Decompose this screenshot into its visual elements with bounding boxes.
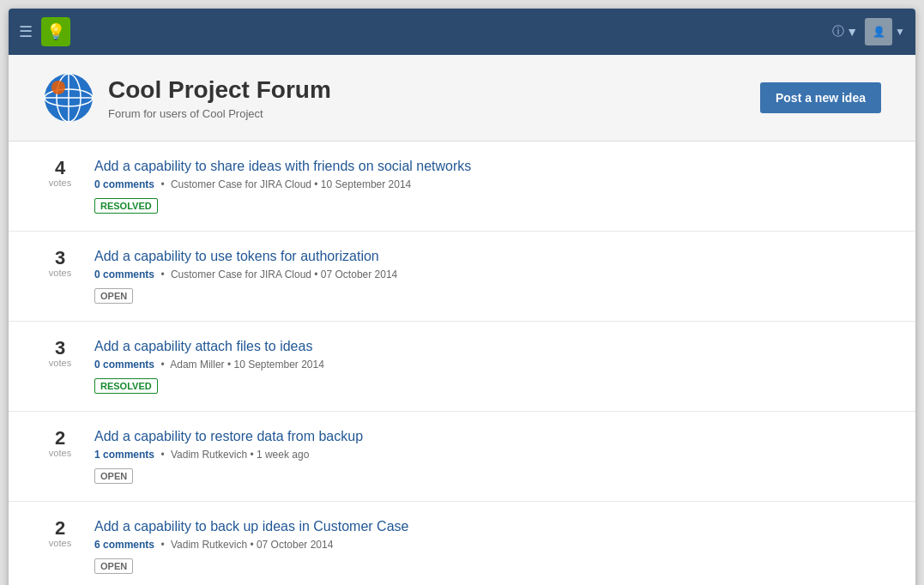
page-header: Cool Project Forum Forum for users of Co… <box>9 55 915 142</box>
app-icon[interactable]: 💡 <box>41 17 70 46</box>
project-info: Cool Project Forum Forum for users of Co… <box>108 76 331 120</box>
post-idea-button[interactable]: Post a new idea <box>760 82 881 113</box>
avatar: 👤 <box>865 18 892 45</box>
meta-separator: • <box>160 539 164 551</box>
vote-count: 3 votes <box>43 249 77 278</box>
idea-meta: 0 comments • Adam Miller • 10 September … <box>94 359 881 371</box>
status-badge[interactable]: OPEN <box>94 558 133 574</box>
page-header-left: Cool Project Forum Forum for users of Co… <box>43 72 331 124</box>
status-badge[interactable]: OPEN <box>94 288 133 304</box>
avatar-image: 👤 <box>873 26 885 38</box>
status-badge[interactable]: RESOLVED <box>94 378 158 394</box>
idea-content: Add a capability to restore data from ba… <box>94 429 881 484</box>
nav-right: ⓘ ▼ 👤 ▼ <box>832 18 905 45</box>
idea-meta: 1 comments • Vadim Rutkevich • 1 week ag… <box>94 449 881 461</box>
meta-separator: • <box>160 178 164 190</box>
vote-label: votes <box>43 268 77 278</box>
vote-number: 2 <box>43 519 77 538</box>
vote-number: 3 <box>43 249 77 268</box>
idea-meta: 0 comments • Customer Case for JIRA Clou… <box>94 268 881 280</box>
hamburger-icon[interactable]: ☰ <box>19 22 33 41</box>
idea-meta-text: Vadim Rutkevich • 07 October 2014 <box>171 539 333 551</box>
idea-meta: 0 comments • Customer Case for JIRA Clou… <box>94 178 881 190</box>
idea-item: 3 votes Add a capability to use tokens f… <box>9 232 915 322</box>
idea-title[interactable]: Add a capability to use tokens for autho… <box>94 249 881 264</box>
meta-separator: • <box>160 449 164 461</box>
vote-label: votes <box>43 448 77 458</box>
vote-count: 2 votes <box>43 519 77 548</box>
project-subtitle: Forum for users of Cool Project <box>108 107 331 120</box>
idea-title[interactable]: Add a capability to restore data from ba… <box>94 429 881 444</box>
idea-content: Add a capability to share ideas with fri… <box>94 159 881 214</box>
status-badge[interactable]: RESOLVED <box>94 198 158 214</box>
idea-comments[interactable]: 0 comments <box>94 178 154 190</box>
main-window: ☰ 💡 ⓘ ▼ 👤 ▼ <box>9 9 915 585</box>
idea-item: 2 votes Add a capability to back up idea… <box>9 502 915 585</box>
idea-content: Add a capability attach files to ideas 0… <box>94 339 881 394</box>
idea-item: 4 votes Add a capability to share ideas … <box>9 142 915 232</box>
idea-comments[interactable]: 6 comments <box>94 539 154 551</box>
help-button[interactable]: ⓘ ▼ <box>832 24 858 39</box>
idea-meta-text: Customer Case for JIRA Cloud • 07 Octobe… <box>171 268 397 280</box>
meta-separator: • <box>160 268 164 280</box>
top-nav: ☰ 💡 ⓘ ▼ 👤 ▼ <box>9 9 915 55</box>
idea-meta-text: Customer Case for JIRA Cloud • 10 Septem… <box>171 178 411 190</box>
idea-item: 2 votes Add a capability to restore data… <box>9 412 915 502</box>
svg-point-5 <box>51 81 65 94</box>
meta-separator: • <box>160 359 164 371</box>
user-menu[interactable]: 👤 ▼ <box>865 18 905 45</box>
vote-count: 2 votes <box>43 429 77 458</box>
project-title: Cool Project Forum <box>108 76 331 104</box>
vote-count: 3 votes <box>43 339 77 368</box>
idea-title[interactable]: Add a capability to share ideas with fri… <box>94 159 881 174</box>
idea-content: Add a capability to use tokens for autho… <box>94 249 881 304</box>
vote-label: votes <box>43 538 77 548</box>
vote-number: 4 <box>43 159 77 178</box>
avatar-chevron: ▼ <box>895 26 905 38</box>
status-badge[interactable]: OPEN <box>94 468 133 484</box>
vote-number: 2 <box>43 429 77 448</box>
nav-left: ☰ 💡 <box>19 17 70 46</box>
idea-meta: 6 comments • Vadim Rutkevich • 07 Octobe… <box>94 539 881 551</box>
idea-comments[interactable]: 1 comments <box>94 449 154 461</box>
idea-meta-text: Vadim Rutkevich • 1 week ago <box>171 449 309 461</box>
idea-title[interactable]: Add a capability to back up ideas in Cus… <box>94 519 881 534</box>
idea-item: 3 votes Add a capability attach files to… <box>9 322 915 412</box>
idea-title[interactable]: Add a capability attach files to ideas <box>94 339 881 354</box>
project-icon <box>43 72 94 124</box>
vote-count: 4 votes <box>43 159 77 188</box>
idea-comments[interactable]: 0 comments <box>94 268 154 280</box>
idea-comments[interactable]: 0 comments <box>94 359 154 371</box>
ideas-list: 4 votes Add a capability to share ideas … <box>9 142 915 585</box>
vote-number: 3 <box>43 339 77 358</box>
help-chevron: ▼ <box>846 25 858 39</box>
idea-content: Add a capability to back up ideas in Cus… <box>94 519 881 574</box>
idea-meta-text: Adam Miller • 10 September 2014 <box>170 359 324 371</box>
app-icon-symbol: 💡 <box>46 22 65 41</box>
vote-label: votes <box>43 358 77 368</box>
help-circle-icon: ⓘ <box>832 24 844 39</box>
vote-label: votes <box>43 178 77 188</box>
